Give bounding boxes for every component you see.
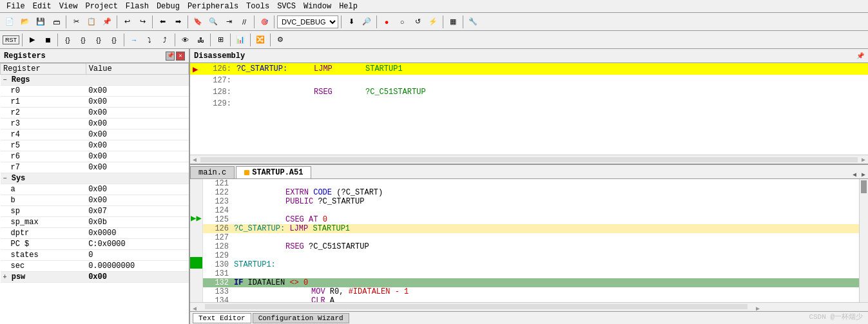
code-line-128: 128 RSEG ?C_C51STARTUP [203, 242, 859, 251]
tab-scroll-left[interactable]: ◀ [850, 171, 859, 178]
linenum-122: 122 [206, 188, 229, 197]
indicator-127 [190, 224, 202, 230]
menu-edit[interactable]: Edit [29, 1, 55, 12]
group-sys[interactable]: − Sys [1, 173, 189, 184]
panel-pin-btn[interactable]: 📌 [166, 52, 175, 61]
indent-btn[interactable]: ⇥ [222, 15, 236, 29]
dsep2 [57, 33, 58, 46]
load-btn[interactable]: ⬇ [344, 15, 358, 29]
target-combo[interactable]: DVC_DEBUG [277, 15, 338, 28]
indicator-122 [190, 186, 202, 192]
disasm-pin-icon[interactable]: 📌 [856, 52, 864, 60]
logic-btn[interactable]: 🔀 [253, 33, 267, 47]
code-scrollbar-h[interactable]: ◀ ▶ [190, 302, 868, 311]
run-btn[interactable]: ▶ [25, 33, 39, 47]
new-btn[interactable]: 📄 [3, 15, 17, 29]
brace1-btn[interactable]: {} [61, 33, 75, 47]
greenbar-132 [190, 257, 202, 269]
tab-scroll-right[interactable]: ▶ [859, 171, 868, 178]
forward-btn[interactable]: ➡ [171, 15, 185, 29]
target-btn[interactable]: 🎯 [257, 15, 271, 29]
brace2-btn[interactable]: {} [76, 33, 90, 47]
back-btn[interactable]: ⬅ [155, 15, 169, 29]
menu-peripherals[interactable]: Peripherals [184, 1, 242, 12]
redo-btn[interactable]: ↪ [135, 15, 149, 29]
bookmark-btn[interactable]: 🔖 [191, 15, 205, 29]
list-item: sec0.00000000 [1, 261, 189, 272]
save-all-btn[interactable]: 🗃 [49, 15, 63, 29]
disasm-instr-128: RSEG [314, 88, 365, 97]
disasm-operand-128: ?C_C51STARTUP [365, 88, 426, 97]
comment-btn[interactable]: // [237, 15, 251, 29]
menu-window[interactable]: Window [300, 1, 335, 12]
list-item: r30x00 [1, 119, 189, 129]
list-item: r10x00 [1, 97, 189, 108]
brace4-btn[interactable]: {} [107, 33, 121, 47]
code-128: RSEG ?C_C51STARTUP [234, 242, 369, 251]
code-scrollbar-v[interactable] [859, 179, 868, 302]
panel-header-buttons: 📌 ✕ [166, 52, 185, 61]
disasm-scrollbar-h[interactable]: ◀ ▶ [190, 155, 868, 164]
search-btn[interactable]: 🔎 [360, 15, 374, 29]
menu-svcs[interactable]: SVCS [273, 1, 300, 12]
indicator-129 [190, 237, 202, 243]
grid-btn[interactable]: ▦ [446, 15, 460, 29]
code-line-121: 121 [203, 179, 859, 188]
brace3-btn[interactable]: {} [92, 33, 106, 47]
group-regs[interactable]: − Regs [1, 75, 189, 86]
bottom-tab-configwizard[interactable]: Configuration Wizard [253, 313, 349, 323]
save-btn[interactable]: 💾 [34, 15, 48, 29]
open-btn[interactable]: 📂 [18, 15, 32, 29]
undo-btn[interactable]: ↩ [120, 15, 134, 29]
menu-project[interactable]: Project [81, 1, 121, 12]
cut-btn[interactable]: ✂ [69, 15, 83, 29]
list-item: b0x00 [1, 195, 189, 206]
mem-btn[interactable]: 🖧 [193, 33, 207, 47]
disasm-line-128: 128: RSEG ?C_C51STARTUP [190, 86, 868, 98]
menu-flash[interactable]: Flash [122, 1, 153, 12]
indicator-123 [190, 193, 202, 199]
stop-debug-btn[interactable]: ○ [395, 15, 409, 29]
step-into-btn[interactable]: → [127, 33, 141, 47]
step-out-btn[interactable]: ⤴ [158, 33, 172, 47]
indicator-128 [190, 230, 202, 236]
start-debug-btn[interactable]: ● [380, 15, 394, 29]
indicator-135 [190, 282, 202, 289]
find-btn[interactable]: 🔍 [206, 15, 220, 29]
tab-startupa51[interactable]: STARTUP.A51 [236, 166, 311, 178]
menu-file[interactable]: File [3, 1, 29, 12]
toolbar-debug: RST ▶ ⏹ {} {} {} {} → ⤵ ⤴ 👁 🖧 ⊞ 📊 🔀 ⚙ [0, 31, 868, 49]
tabs-bar: main.c STARTUP.A51 ◀ ▶ [190, 165, 868, 179]
tab-mainc[interactable]: main.c [190, 166, 235, 178]
kw-if: IF [234, 278, 243, 287]
paste-btn[interactable]: 📌 [100, 15, 114, 29]
menu-debug[interactable]: Debug [153, 1, 184, 12]
linenum-126: 126 [206, 224, 229, 233]
kw-neq: <> [289, 278, 298, 287]
bottom-tab-texteditor[interactable]: Text Editor [193, 313, 251, 323]
reset-debug-btn[interactable]: ↺ [410, 15, 425, 29]
panel-close-btn[interactable]: ✕ [176, 52, 185, 61]
menu-tools[interactable]: Tools [242, 1, 273, 12]
step-over-btn[interactable]: ⤵ [142, 33, 157, 47]
settings2-btn[interactable]: ⚙ [273, 33, 287, 47]
menu-view[interactable]: View [55, 1, 82, 12]
list-item: r70x00 [1, 162, 189, 173]
rst-btn[interactable]: RST [3, 35, 19, 44]
group-psw[interactable]: + psw0x00 [1, 272, 189, 283]
sep3 [152, 15, 153, 28]
menu-help[interactable]: Help [335, 1, 362, 12]
tools-btn[interactable]: 🔧 [466, 15, 480, 29]
power-btn[interactable]: ⚡ [426, 15, 440, 29]
linenum-130: 130 [206, 260, 229, 269]
profile-btn[interactable]: 📊 [233, 33, 247, 47]
disasm-label-126: ?C_STARTUP: [236, 64, 314, 73]
disasm-toggle-btn[interactable]: ⊞ [213, 33, 227, 47]
indicator-133 [190, 269, 202, 275]
code-line-133: 133 MOV R0, #IDATALEN - 1 [203, 287, 859, 296]
copy-btn[interactable]: 📋 [84, 15, 99, 29]
sep5 [254, 15, 255, 28]
indicator-136 [190, 289, 202, 295]
stop-btn[interactable]: ⏹ [41, 33, 55, 47]
watch-btn[interactable]: 👁 [178, 33, 192, 47]
